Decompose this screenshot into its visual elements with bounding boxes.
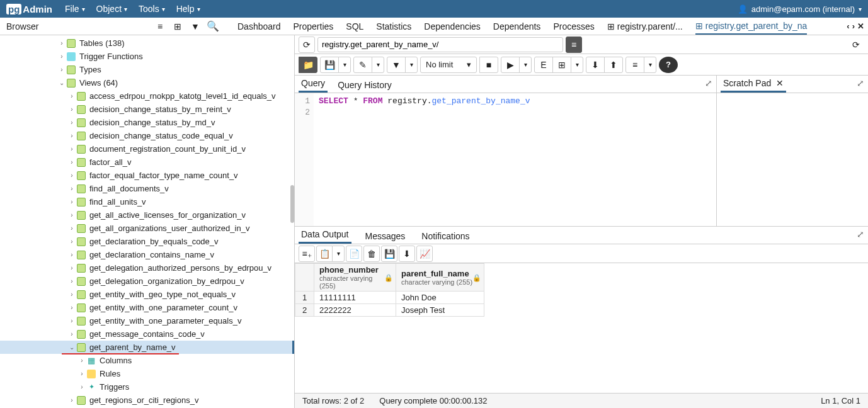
tree-views[interactable]: ⌄Views (64) [0,76,294,89]
macro-dropdown[interactable]: ▾ [644,57,656,73]
tree-view-item[interactable]: ›document_registration_count_by_unit_id_… [0,142,294,156]
expand-icon[interactable]: › [68,251,76,258]
expand-icon[interactable]: › [78,370,86,377]
save-icon[interactable]: 💾 [320,57,339,73]
collapse-icon[interactable]: ⌄ [68,344,76,351]
browser-tool-grid-icon[interactable]: ⊞ [169,19,186,34]
tree-triggers[interactable]: ›✦Triggers [0,380,294,394]
tree-view-item[interactable]: ›decision_change_status_code_equal_v [0,129,294,142]
tab-dependencies[interactable]: Dependencies [424,18,481,35]
menu-file[interactable]: File▾ [65,4,85,14]
expand-icon[interactable]: › [68,291,76,298]
data-output-tab[interactable]: Data Output [299,227,351,244]
scratch-pad-area[interactable] [717,93,868,226]
expand-icon[interactable]: › [68,264,76,271]
tree-view-item[interactable]: ›find_all_units_v [0,195,294,208]
tree-view-item[interactable]: ›get_all_active_licenses_for_organizatio… [0,208,294,222]
expand-icon[interactable]: › [58,53,66,60]
notifications-tab[interactable]: Notifications [419,229,472,244]
open-file-icon[interactable]: 📁 [299,57,317,73]
tab-dependents[interactable]: Dependents [493,18,541,35]
maximize-icon[interactable]: ⤢ [857,78,864,88]
query-tab[interactable]: Query [299,76,328,93]
expand-icon[interactable]: › [58,66,66,73]
tree-view-item[interactable]: ›get_entity_with_one_parameter_count_v [0,301,294,314]
copy-dropdown[interactable]: ▾ [332,246,345,262]
save-dropdown[interactable]: ▾ [338,57,351,73]
tree-view-item[interactable]: ›decision_change_status_by_md_v [0,116,294,129]
expand-icon[interactable]: › [68,212,76,218]
filter-icon[interactable]: ▼ [387,57,406,73]
expand-icon[interactable]: › [68,119,76,126]
tree-view-item[interactable]: ›get_declaration_contains_name_v [0,248,294,261]
result-grid[interactable]: phone_numbercharacter varying (255)🔒 par… [295,263,868,393]
tree-view-item[interactable]: ›decision_change_status_by_m_reint_v [0,103,294,116]
maximize-icon[interactable]: ⤢ [705,78,712,88]
expand-icon[interactable]: › [68,106,76,113]
explain-analyze-icon[interactable]: ⊞ [552,57,571,73]
expand-icon[interactable]: › [68,145,76,152]
object-tree[interactable]: ›Tables (138) ›Trigger Functions ›Types … [0,35,295,408]
menu-help[interactable]: Help▾ [176,4,200,14]
commit-icon[interactable]: ⬇ [586,57,605,73]
connection-status-icon[interactable]: ⟳ [299,37,315,53]
scratch-pad-tab[interactable]: Scratch Pad ✕ [721,76,786,93]
sql-editor[interactable]: 1 2 SELECT * FROM registry.get_parent_by… [295,93,716,226]
cell[interactable]: John Doe [396,292,484,304]
tree-types[interactable]: ›Types [0,63,294,76]
rollback-icon[interactable]: ⬆ [604,57,623,73]
tree-view-item[interactable]: ›get_declaration_by_equals_code_v [0,235,294,248]
expand-icon[interactable]: › [68,93,76,99]
menu-object[interactable]: Object▾ [96,4,127,14]
tree-view-item[interactable]: ›factor_all_v [0,156,294,169]
menu-tools[interactable]: Tools▾ [139,4,165,14]
expand-icon[interactable]: › [68,132,76,139]
database-icon[interactable]: ≡ [566,37,582,53]
scrollbar-thumb[interactable] [290,185,294,223]
tab-next-icon[interactable]: › [852,21,855,31]
tab-processes[interactable]: Processes [553,18,594,35]
explain-dropdown[interactable]: ▾ [571,57,583,73]
help-icon[interactable]: ? [659,57,678,73]
column-header[interactable]: phone_numbercharacter varying (255)🔒 [314,264,396,292]
expand-icon[interactable]: › [68,185,76,192]
tab-sql[interactable]: SQL [346,18,363,35]
explain-icon[interactable]: E [534,57,553,73]
browser-tool-db-icon[interactable]: ≡ [152,19,168,34]
table-row[interactable]: 22222222Joseph Test [295,304,484,317]
stop-icon[interactable]: ■ [479,57,498,73]
tab-registry-get-parent[interactable]: ⊞registry.get_parent_by_na [695,18,808,35]
tree-view-item[interactable]: ›factor_equal_factor_type_name_count_v [0,169,294,182]
table-row[interactable]: 111111111John Doe [295,292,484,304]
tree-view-item[interactable]: ⌄get_parent_by_name_v [0,341,294,354]
filter-dropdown[interactable]: ▾ [405,57,418,73]
row-number-cell[interactable]: 1 [295,292,314,304]
tree-view-item[interactable]: ›get_all_organizations_user_authorized_i… [0,222,294,235]
search-icon[interactable]: 🔍 [205,19,221,34]
execute-dropdown[interactable]: ▾ [519,57,532,73]
messages-tab[interactable]: Messages [363,229,408,244]
tree-view-item[interactable]: ›get_delegation_authorized_persons_by_ed… [0,261,294,275]
tab-registry-parent[interactable]: ⊞registry.parent/... [607,18,683,35]
expand-icon[interactable]: › [68,317,76,324]
corner-cell[interactable] [295,264,314,292]
collapse-icon[interactable]: ⌄ [58,79,66,86]
tab-statistics[interactable]: Statistics [376,18,411,35]
paste-icon[interactable]: 📄 [346,246,362,262]
browser-tool-filter-icon[interactable]: ▼ [187,19,203,34]
tree-view-item[interactable]: ›get_message_contains_code_v [0,327,294,341]
tree-view-item[interactable]: ›get_regions_or_citi_regions_v [0,394,294,407]
tree-view-item[interactable]: ›access_edrpou_rnokpp_katotg_level1_id_e… [0,89,294,103]
execute-icon[interactable]: ▶ [501,57,520,73]
cell[interactable]: 11111111 [314,292,396,304]
tab-prev-icon[interactable]: ‹ [847,21,849,31]
expand-icon[interactable]: › [68,278,76,285]
macro-icon[interactable]: ≡ [625,57,644,73]
row-limit-select[interactable]: No limit▾ [420,57,477,73]
cell[interactable]: Joseph Test [396,304,484,317]
tree-columns[interactable]: ›▦Columns [0,354,294,367]
copy-icon[interactable]: 📋 [316,246,333,262]
tree-view-item[interactable]: ›get_entity_with_one_parameter_equals_v [0,314,294,327]
tab-dashboard[interactable]: Dashboard [237,18,281,35]
refresh-icon[interactable]: ⟳ [848,37,864,53]
